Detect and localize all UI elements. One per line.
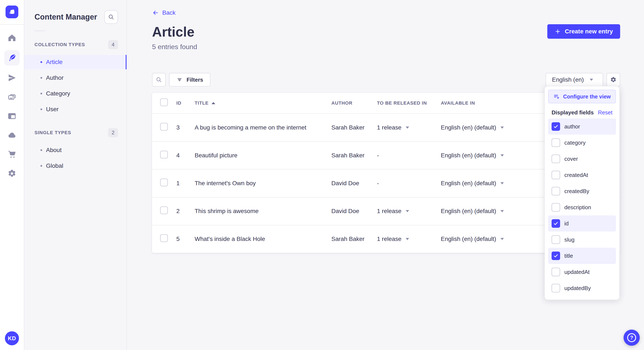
page-title: Article [152, 23, 197, 40]
cart-icon[interactable] [7, 149, 17, 160]
entries-count: 5 entries found [152, 43, 197, 51]
create-new-entry-button[interactable]: Create new entry [547, 24, 620, 39]
sidebar-item-category[interactable]: Category [24, 86, 126, 101]
view-settings-gear-button[interactable] [606, 73, 620, 87]
row-checkbox[interactable] [160, 178, 168, 186]
main-nav-rail: KD [0, 0, 24, 350]
strapi-logo-glyph [7, 7, 16, 16]
cell-author: Sarah Baker [331, 124, 377, 131]
field-option-createdBy[interactable]: createdBy [548, 183, 616, 199]
layout-icon[interactable] [7, 111, 17, 121]
configure-the-view-button[interactable]: Configure the view [548, 90, 616, 103]
collection-types-section: COLLECTION TYPES 4 Article Author Catego… [24, 39, 126, 117]
cell-released[interactable]: 1 release [377, 208, 441, 214]
feather-icon[interactable] [4, 50, 20, 65]
single-types-section: SINGLE TYPES 2 About Global [24, 128, 126, 173]
cell-title: This shrimp is awesome [195, 208, 331, 214]
filters-button[interactable]: Filters [169, 73, 210, 87]
select-all-checkbox[interactable] [160, 98, 168, 106]
sidebar-item-article[interactable]: Article [24, 55, 126, 69]
sidebar-item-label: Article [46, 59, 62, 65]
sort-ascending-icon [212, 102, 215, 104]
back-link[interactable]: Back [152, 9, 176, 16]
chevron-down-icon [500, 127, 504, 129]
field-option-createdAt[interactable]: createdAt [548, 167, 616, 183]
sidebar-item-label: Category [46, 90, 70, 97]
column-header-title[interactable]: TITLE [195, 100, 331, 106]
check-icon [553, 253, 558, 259]
sidebar-item-about[interactable]: About [24, 143, 126, 157]
sidebar-item-user[interactable]: User [24, 102, 126, 117]
column-header-released: TO BE RELEASED IN [377, 100, 441, 106]
checkbox[interactable] [552, 203, 560, 212]
row-checkbox[interactable] [160, 234, 168, 242]
checkbox[interactable] [552, 187, 560, 195]
bullet-icon [40, 108, 42, 110]
cell-released[interactable]: 1 release [377, 124, 441, 131]
chevron-down-icon [500, 182, 504, 184]
checkbox[interactable] [552, 235, 560, 244]
row-checkbox[interactable] [160, 151, 168, 159]
chevron-down-icon [590, 79, 593, 81]
bullet-icon [40, 93, 42, 94]
field-option-cover[interactable]: cover [548, 151, 616, 167]
sidebar-item-label: User [46, 106, 58, 113]
strapi-logo-icon [6, 5, 18, 18]
cloud-icon[interactable] [7, 130, 17, 140]
field-option-author[interactable]: author [548, 118, 616, 135]
cell-author: David Doe [331, 208, 377, 214]
checkbox[interactable] [552, 268, 560, 276]
plus-icon [554, 28, 561, 35]
field-option-title[interactable]: title [548, 248, 616, 264]
field-option-updatedBy[interactable]: updatedBy [548, 280, 616, 296]
subnav-divider [34, 31, 45, 31]
subnav-search-button[interactable] [104, 10, 118, 24]
rail-bottom: KD [5, 331, 19, 345]
checkbox[interactable] [552, 284, 560, 292]
locale-select[interactable]: English (en) [546, 73, 603, 87]
cell-title: The internet's Own boy [195, 180, 331, 187]
view-settings-popover: Configure the view Displayed fields Rese… [544, 86, 620, 300]
checkbox[interactable] [552, 171, 560, 179]
gear-icon [610, 76, 617, 83]
sidebar-item-global[interactable]: Global [24, 159, 126, 173]
field-option-updatedAt[interactable]: updatedAt [548, 264, 616, 280]
paper-plane-icon[interactable] [7, 73, 17, 83]
arrow-left-icon [152, 9, 159, 16]
cell-author: Sarah Baker [331, 236, 377, 242]
cell-released[interactable]: 1 release [377, 236, 441, 242]
sidebar-item-label: Author [46, 74, 64, 81]
row-checkbox[interactable] [160, 206, 168, 214]
column-header-author: AUTHOR [331, 100, 377, 106]
checkbox[interactable] [552, 138, 560, 147]
section-count-badge: 2 [108, 128, 118, 137]
field-list: author category cover createdAt createdB… [548, 118, 616, 296]
sidebar-item-author[interactable]: Author [24, 71, 126, 85]
field-option-id[interactable]: id [548, 215, 616, 232]
media-icon[interactable] [7, 92, 17, 102]
list-toolbar: Filters English (en) [152, 73, 620, 87]
cell-author: David Doe [331, 180, 377, 187]
bullet-icon [40, 149, 42, 151]
chevron-down-icon [500, 210, 504, 212]
checkbox[interactable] [552, 219, 560, 228]
check-icon [553, 124, 558, 129]
reset-button[interactable]: Reset [598, 109, 612, 116]
table-search-button[interactable] [152, 73, 166, 87]
help-button[interactable]: ? [624, 330, 640, 346]
gear-icon[interactable] [7, 169, 17, 178]
app-root: KD Content Manager COLLECTION TYPES 4 [0, 0, 644, 350]
field-option-description[interactable]: description [548, 199, 616, 215]
home-icon[interactable] [7, 33, 17, 43]
cell-id: 3 [176, 124, 195, 131]
checkbox[interactable] [552, 122, 560, 131]
field-option-category[interactable]: category [548, 135, 616, 151]
cell-title: A bug is becoming a meme on the internet [195, 124, 331, 131]
user-avatar[interactable]: KD [5, 331, 19, 345]
checkbox[interactable] [552, 252, 560, 260]
checkbox[interactable] [552, 155, 560, 163]
field-option-slug[interactable]: slug [548, 232, 616, 248]
displayed-fields-label: Displayed fields [552, 109, 594, 116]
row-checkbox[interactable] [160, 123, 168, 131]
content-manager-subnav: Content Manager COLLECTION TYPES 4 Artic… [24, 0, 127, 350]
